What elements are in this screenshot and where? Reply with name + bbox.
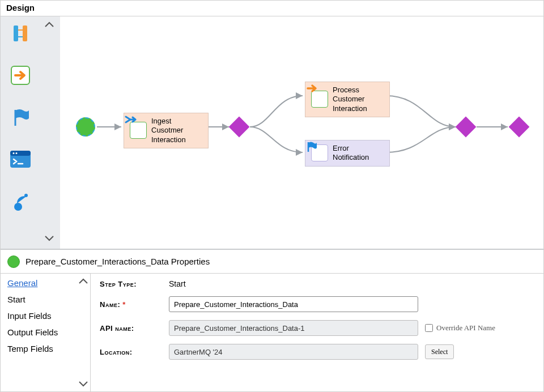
label-name: Name:* [100,300,162,309]
value-step-type: Start [169,279,186,288]
palette-flag-icon[interactable] [9,106,32,129]
tab-start[interactable]: Start [7,295,77,304]
svg-rect-0 [14,25,18,41]
node-process-label: Process Customer Interaction [333,86,384,113]
tool-palette [1,16,60,249]
palette-scroll-up-icon[interactable] [44,21,55,31]
forward-arrow-icon [311,91,328,108]
properties-panel: Prepare_Customer_Interactions_Data Prope… [1,249,543,391]
svg-point-5 [13,152,15,154]
tabs-scroll-up-icon[interactable] [78,277,88,287]
palette-forward-icon[interactable] [9,64,32,87]
properties-title: Prepare_Customer_Interactions_Data Prope… [26,257,210,266]
node-error[interactable]: Error Notification [305,140,390,167]
properties-tab-list: General Start Input Fields Output Fields… [1,274,77,392]
select-location-button[interactable]: Select [425,344,454,359]
node-error-label: Error Notification [333,144,384,163]
start-dot-icon [7,255,20,268]
tab-output-fields[interactable]: Output Fields [7,327,77,337]
tab-general[interactable]: General [7,278,77,288]
label-api-name: API name: [100,324,162,333]
label-location: Location: [100,348,162,356]
name-input[interactable] [169,296,418,312]
node-process[interactable]: Process Customer Interaction [305,82,390,117]
override-api-checkbox[interactable] [425,324,433,332]
node-ingest-label: Ingest Cusotmer Interaction [151,117,202,144]
override-api-checkbox-wrap[interactable]: Override API Name [425,323,495,333]
svg-point-8 [24,194,28,197]
label-step-type: Step Type: [100,280,162,288]
palette-scroll-down-icon[interactable] [44,234,55,244]
start-node[interactable] [76,117,95,137]
svg-rect-1 [23,25,27,41]
node-ingest[interactable]: Ingest Cusotmer Interaction [124,113,209,148]
override-api-label: Override API Name [436,323,495,333]
location-input [169,344,418,360]
svg-point-6 [16,152,18,154]
tabs-scroll-down-icon[interactable] [78,379,88,389]
svg-point-7 [14,203,22,211]
api-name-input [169,320,418,336]
page-title: Design [1,1,543,16]
palette-satellite-icon[interactable] [9,190,32,212]
properties-form: Step Type: Start Name:* API name: Overri… [91,274,543,392]
palette-terminal-icon[interactable] [9,148,32,171]
flow-canvas[interactable]: Ingest Cusotmer Interaction Process Cust… [60,16,543,249]
merge-arrow-icon [130,122,147,139]
tab-input-fields[interactable]: Input Fields [7,311,77,321]
flag-icon [311,144,328,161]
properties-header: Prepare_Customer_Interactions_Data Prope… [1,250,543,274]
palette-parallel-icon[interactable] [9,22,32,45]
tab-temp-fields[interactable]: Temp Fields [7,344,77,353]
